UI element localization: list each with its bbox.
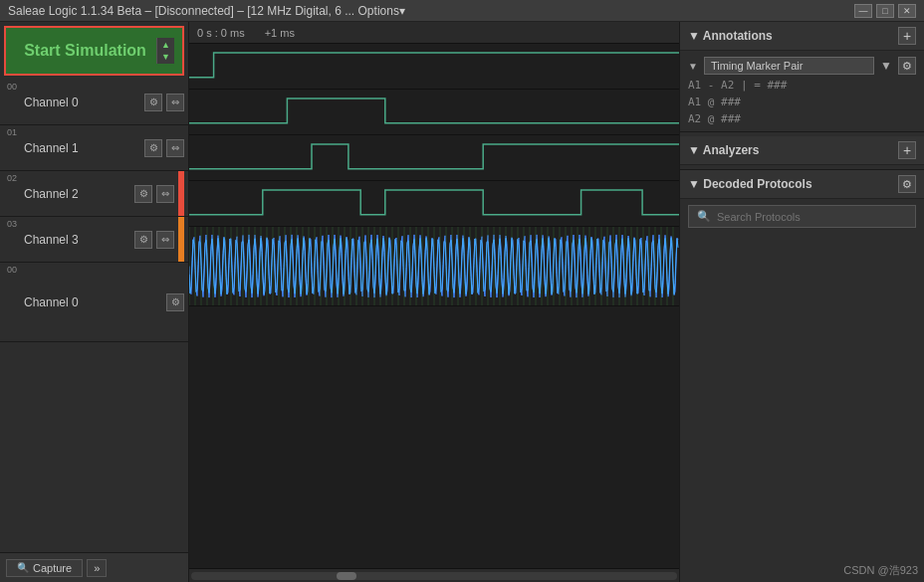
bottom-bar: 🔍 Capture » bbox=[0, 552, 188, 582]
channel-marker-red bbox=[178, 171, 184, 216]
channel-number: 02 bbox=[4, 171, 20, 183]
decoded-section: ▼ Decoded Protocols ⚙ 🔍 bbox=[680, 170, 924, 376]
right-panel-empty: CSDN @浩923 bbox=[680, 376, 924, 582]
timing-marker-row: ▼ Timing Marker Pair ▼ ⚙ bbox=[688, 57, 916, 75]
channel-gear-icon[interactable]: ⚙ bbox=[144, 94, 162, 111]
channel-row: 03 Channel 3 ⚙ ⇔ bbox=[0, 217, 188, 263]
minimize-button[interactable]: — bbox=[854, 4, 872, 18]
waveform-canvas-analog bbox=[189, 227, 679, 305]
annotations-content: ▼ Timing Marker Pair ▼ ⚙ A1 - A2 | = ###… bbox=[680, 51, 924, 131]
channel-gear-icon[interactable]: ⚙ bbox=[134, 185, 152, 203]
arrow-up-icon: ▲ bbox=[161, 40, 170, 50]
a2-text: A2 @ ### bbox=[688, 112, 741, 125]
channel-number: 00 bbox=[4, 80, 20, 92]
channel-ext-icon[interactable]: ⇔ bbox=[156, 231, 174, 249]
channel-gear-icon[interactable]: ⚙ bbox=[134, 231, 152, 249]
waveform-row-1 bbox=[189, 90, 679, 135]
scrollbar-thumb[interactable] bbox=[337, 572, 356, 580]
analyzers-section: ▼ Analyzers + bbox=[680, 132, 924, 170]
channel-label: Channel 1 bbox=[24, 141, 140, 155]
channel-label: Channel 3 bbox=[24, 233, 130, 247]
channel-row: 02 Channel 2 ⚙ ⇔ bbox=[0, 171, 188, 217]
channel-marker-orange bbox=[178, 217, 184, 262]
simulation-arrows[interactable]: ▲ ▼ bbox=[156, 38, 174, 64]
channel-ext-icon[interactable]: ⇔ bbox=[156, 185, 174, 203]
channel-ext-icon[interactable]: ⇔ bbox=[166, 94, 184, 111]
title-bar: Saleae Logic 1.1.34 Beta – [Disconnected… bbox=[0, 0, 924, 22]
channel-ext-icon[interactable]: ⇔ bbox=[166, 139, 184, 157]
watermark: CSDN @浩923 bbox=[843, 563, 918, 578]
annotations-plus-button[interactable]: + bbox=[898, 27, 916, 45]
arrow-down-icon: ▼ bbox=[161, 52, 170, 62]
chevron-button[interactable]: » bbox=[87, 559, 107, 577]
start-simulation-button[interactable]: Start Simulation ▲ ▼ bbox=[4, 26, 184, 76]
channel-label: Channel 2 bbox=[24, 187, 130, 201]
channel-list: 00 Channel 0 ⚙ ⇔ 01 Channel 1 ⚙ ⇔ 02 Cha… bbox=[0, 80, 188, 552]
waveform-header: 0 s : 0 ms +1 ms bbox=[189, 22, 679, 44]
channel-gear-icon[interactable]: ⚙ bbox=[144, 139, 162, 157]
annotations-header: ▼ Annotations + bbox=[680, 22, 924, 51]
waveform-canvas-1 bbox=[189, 90, 679, 134]
analyzers-header: ▼ Analyzers + bbox=[680, 136, 924, 165]
waveform-row-analog bbox=[189, 227, 679, 306]
waveform-canvas-0 bbox=[189, 44, 679, 89]
channel-gear-icon[interactable]: ⚙ bbox=[166, 293, 184, 311]
annotations-title: ▼ Annotations bbox=[688, 29, 894, 43]
annotations-section: ▼ Annotations + ▼ Timing Marker Pair ▼ ⚙… bbox=[680, 22, 924, 132]
waveform-row-3 bbox=[189, 181, 679, 227]
title-text: Saleae Logic 1.1.34 Beta – [Disconnected… bbox=[8, 4, 405, 18]
search-box[interactable]: 🔍 bbox=[688, 205, 916, 228]
channel-number: 00 bbox=[4, 263, 20, 275]
capture-icon: 🔍 bbox=[17, 562, 29, 573]
triangle-icon: ▼ bbox=[688, 61, 698, 72]
time-marker: +1 ms bbox=[265, 27, 295, 39]
capture-label: Capture bbox=[33, 562, 72, 574]
channel-label: Channel 0 bbox=[24, 295, 162, 309]
decoded-gear-button[interactable]: ⚙ bbox=[898, 175, 916, 193]
channel-number: 03 bbox=[4, 217, 20, 229]
channel-number: 01 bbox=[4, 125, 20, 137]
a1-row: A1 @ ### bbox=[688, 96, 916, 108]
decoded-header: ▼ Decoded Protocols ⚙ bbox=[680, 170, 924, 199]
search-icon: 🔍 bbox=[697, 210, 711, 223]
waveform-canvas-3 bbox=[189, 181, 679, 226]
scrollbar-area[interactable] bbox=[189, 568, 679, 582]
search-protocols-input[interactable] bbox=[717, 211, 907, 223]
window-controls: — □ ✕ bbox=[854, 4, 916, 18]
capture-button[interactable]: 🔍 Capture bbox=[6, 559, 83, 577]
analyzers-title: ▼ Analyzers bbox=[688, 143, 894, 157]
timing-marker-select[interactable]: Timing Marker Pair bbox=[704, 57, 874, 75]
analyzers-plus-button[interactable]: + bbox=[898, 141, 916, 159]
timing-marker-label: Timing Marker Pair bbox=[711, 60, 804, 72]
maximize-button[interactable]: □ bbox=[876, 4, 894, 18]
a2-row: A2 @ ### bbox=[688, 112, 916, 125]
scrollbar-track[interactable] bbox=[191, 572, 677, 580]
formula-text: A1 - A2 | = ### bbox=[688, 79, 787, 92]
center-panel: 0 s : 0 ms +1 ms bbox=[189, 22, 679, 582]
decoded-title: ▼ Decoded Protocols bbox=[688, 177, 894, 191]
channel-row: 00 Channel 0 ⚙ ⇔ bbox=[0, 80, 188, 125]
main-container: Start Simulation ▲ ▼ 00 Channel 0 ⚙ ⇔ 01… bbox=[0, 22, 924, 582]
a1-text: A1 @ ### bbox=[688, 96, 741, 108]
timing-marker-gear[interactable]: ⚙ bbox=[898, 57, 916, 75]
waveform-row-0 bbox=[189, 44, 679, 90]
timing-arrow-icon: ▼ bbox=[880, 59, 892, 73]
waveform-body[interactable] bbox=[189, 44, 679, 568]
start-simulation-label: Start Simulation bbox=[14, 42, 156, 60]
waveform-canvas-2 bbox=[189, 135, 679, 180]
formula-row: A1 - A2 | = ### bbox=[688, 79, 916, 92]
close-button[interactable]: ✕ bbox=[898, 4, 916, 18]
time-start: 0 s : 0 ms bbox=[197, 27, 245, 39]
waveform-row-2 bbox=[189, 135, 679, 181]
channel-row: 01 Channel 1 ⚙ ⇔ bbox=[0, 125, 188, 171]
channel-label: Channel 0 bbox=[24, 96, 140, 109]
channel-row-analog: 00 Channel 0 ⚙ bbox=[0, 263, 188, 342]
left-panel: Start Simulation ▲ ▼ 00 Channel 0 ⚙ ⇔ 01… bbox=[0, 22, 189, 582]
right-panel: ▼ Annotations + ▼ Timing Marker Pair ▼ ⚙… bbox=[679, 22, 924, 582]
